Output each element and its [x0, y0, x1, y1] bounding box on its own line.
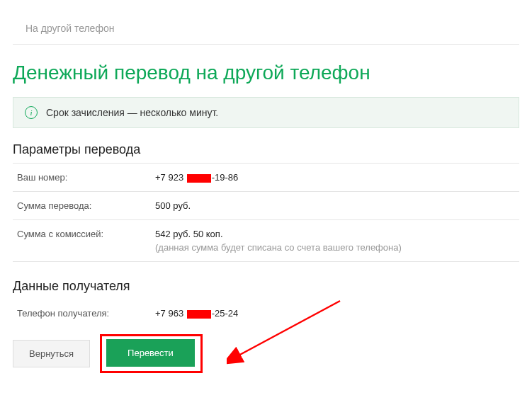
search-placeholder: На другой телефон — [26, 23, 114, 34]
params-heading: Параметры перевода — [13, 142, 519, 157]
fee-note: (данная сумма будет списана со счета ваш… — [155, 242, 402, 253]
info-icon: i — [25, 106, 38, 119]
submit-button[interactable]: Перевести — [106, 339, 195, 367]
redacted-block — [187, 310, 211, 319]
back-button[interactable]: Вернуться — [13, 340, 90, 367]
table-row: Сумма с комиссией: 542 руб. 50 коп. (дан… — [13, 219, 519, 262]
page-title: Денежный перевод на другой телефон — [13, 62, 519, 84]
sender-number-value: +7 923 -19-86 — [155, 172, 238, 183]
amount-label: Сумма перевода: — [17, 200, 155, 211]
table-row: Телефон получателя: +7 963 -25-24 — [13, 299, 519, 327]
highlight-annotation: Перевести — [100, 334, 203, 373]
fee-label: Сумма с комиссией: — [17, 229, 155, 253]
table-row: Ваш номер: +7 923 -19-86 — [13, 163, 519, 191]
info-banner-text: Срок зачисления — несколько минут. — [46, 107, 218, 118]
amount-value: 500 руб. — [155, 200, 191, 211]
redacted-block — [187, 174, 211, 183]
fee-value-container: 542 руб. 50 коп. (данная сумма будет спи… — [155, 229, 402, 253]
table-row: Сумма перевода: 500 руб. — [13, 191, 519, 219]
search-input[interactable]: На другой телефон — [13, 13, 519, 45]
fee-value: 542 руб. 50 коп. — [155, 229, 402, 239]
info-banner: i Срок зачисления — несколько минут. — [13, 97, 519, 128]
recipient-phone-value: +7 963 -25-24 — [155, 308, 238, 319]
sender-number-label: Ваш номер: — [17, 172, 155, 183]
button-row: Вернуться Перевести — [13, 334, 519, 373]
recipient-heading: Данные получателя — [13, 279, 519, 294]
params-table: Ваш номер: +7 923 -19-86 Сумма перевода:… — [13, 163, 519, 262]
recipient-phone-label: Телефон получателя: — [17, 308, 155, 319]
